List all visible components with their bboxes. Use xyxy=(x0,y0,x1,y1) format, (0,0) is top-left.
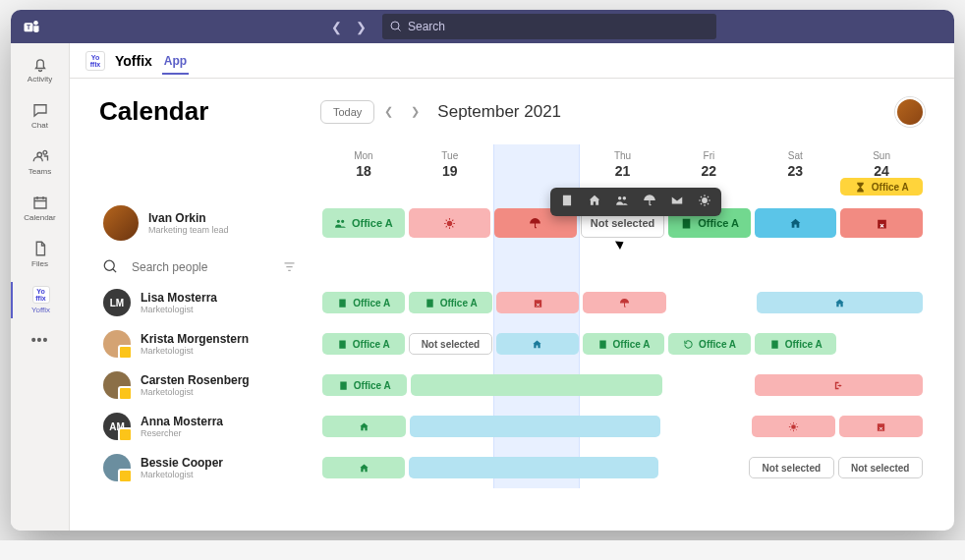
teams-logo-icon: T xyxy=(23,18,40,35)
status-cell[interactable] xyxy=(583,292,665,313)
app-logo-icon: Yoffix xyxy=(85,51,105,71)
status-cell[interactable] xyxy=(322,457,405,478)
status-cell[interactable]: Office A xyxy=(322,292,405,313)
month-nav: ❮ ❯ xyxy=(384,105,420,118)
status-cell[interactable] xyxy=(322,416,406,437)
history-nav: ❮ ❯ xyxy=(327,20,370,34)
pick-office-icon[interactable] xyxy=(560,194,574,210)
status-cell[interactable]: Office A xyxy=(755,333,837,355)
day-header[interactable]: Mon18 xyxy=(320,144,407,191)
rail-yoffix[interactable]: YoffixYoffix xyxy=(11,282,69,318)
rail-files[interactable]: Files xyxy=(15,236,66,272)
rail-more[interactable]: ••• xyxy=(15,328,66,352)
person-avatar xyxy=(103,371,131,399)
app-rail: Activity Chat Teams Calendar Files Yoffi… xyxy=(11,43,70,531)
status-cell[interactable] xyxy=(662,457,745,478)
teams-icon xyxy=(31,147,49,165)
status-cell[interactable]: Office A xyxy=(322,208,405,238)
status-cell[interactable] xyxy=(664,416,748,437)
status-cell[interactable] xyxy=(752,416,835,437)
calx-icon xyxy=(876,421,886,432)
person-row: Bessie Cooper Marketologist Not selected… xyxy=(99,447,925,488)
person-role: Marketologist xyxy=(141,470,223,479)
status-cell[interactable] xyxy=(840,208,923,238)
status-cell[interactable] xyxy=(496,333,579,355)
person-name: Krista Morgenstern xyxy=(141,332,249,346)
status-cell[interactable]: Not selected xyxy=(409,333,493,355)
status-cell[interactable] xyxy=(410,416,660,437)
calx-icon xyxy=(533,298,543,308)
person-row: LM Lisa Mosterra Marketologist Office AO… xyxy=(99,282,925,323)
calendar-grid: Mon18Tue19Wed20Thu21Fri22Sat23Sun24 xyxy=(99,144,925,488)
person-avatar: AM xyxy=(103,413,131,440)
status-cell[interactable] xyxy=(666,374,751,396)
virus-icon xyxy=(788,421,799,432)
yoffix-icon: Yoffix xyxy=(32,286,50,304)
search-people-input[interactable] xyxy=(132,260,240,274)
umbrella-icon xyxy=(529,217,541,230)
status-cell[interactable]: Office A xyxy=(409,292,491,313)
hourglass-icon xyxy=(854,181,867,194)
umbrella-icon xyxy=(619,298,630,308)
status-cell[interactable] xyxy=(757,292,923,313)
prev-week-button[interactable]: ❮ xyxy=(384,105,393,118)
status-cell[interactable] xyxy=(411,374,663,396)
forward-button[interactable]: ❯ xyxy=(352,20,370,34)
filter-icon[interactable] xyxy=(282,259,297,274)
sat-pill[interactable]: Office A xyxy=(840,178,923,196)
rail-calendar[interactable]: Calendar xyxy=(15,190,66,226)
status-cell[interactable]: Office A xyxy=(322,333,405,355)
status-cell[interactable] xyxy=(409,208,491,238)
home-icon xyxy=(359,463,369,474)
home-icon xyxy=(834,298,845,308)
status-cell[interactable] xyxy=(496,292,579,313)
status-cell[interactable] xyxy=(839,416,923,437)
search-icon xyxy=(390,21,402,32)
day-header[interactable]: Tue19 xyxy=(407,144,493,191)
today-button[interactable]: Today xyxy=(320,100,374,124)
status-cell[interactable] xyxy=(670,292,753,313)
tab-app[interactable]: App xyxy=(162,46,189,75)
status-cell[interactable] xyxy=(755,374,923,396)
pick-home-icon[interactable] xyxy=(588,194,601,210)
status-cell[interactable]: Office A xyxy=(322,374,407,396)
status-cell[interactable] xyxy=(409,457,657,478)
status-cell[interactable] xyxy=(840,333,923,355)
status-cell[interactable]: Office A xyxy=(583,333,665,355)
building-icon xyxy=(425,298,435,308)
primary-role: Marketing team lead xyxy=(148,225,229,235)
people-search-row xyxy=(99,250,320,282)
pick-people-icon[interactable] xyxy=(615,194,629,210)
app-window: T ❮ ❯ Search Activity Chat Teams Calenda… xyxy=(11,10,954,531)
rail-activity[interactable]: Activity xyxy=(15,51,66,87)
bell-icon xyxy=(31,55,49,73)
people-icon xyxy=(334,217,347,230)
search-placeholder: Search xyxy=(408,20,445,33)
back-button[interactable]: ❮ xyxy=(327,20,346,34)
building-icon xyxy=(597,339,608,350)
person-role: Marketologist xyxy=(141,305,217,314)
person-name: Carsten Rosenberg xyxy=(141,373,250,387)
search-icon[interactable] xyxy=(103,259,118,274)
day-header[interactable]: Sat23 xyxy=(752,144,838,191)
global-search[interactable]: Search xyxy=(382,14,716,39)
day-header[interactable]: Thu21 xyxy=(580,144,666,191)
person-name: Bessie Cooper xyxy=(141,456,223,470)
day-header[interactable]: Fri22 xyxy=(665,144,752,191)
status-cell[interactable]: Not selected xyxy=(838,457,923,478)
rail-chat[interactable]: Chat xyxy=(15,97,66,134)
pick-mail-icon[interactable] xyxy=(670,194,684,210)
current-user-avatar[interactable] xyxy=(895,97,925,127)
person-role: Marketologist xyxy=(141,387,250,397)
pick-umbrella-icon[interactable] xyxy=(643,194,656,210)
rail-teams[interactable]: Teams xyxy=(15,143,66,180)
next-week-button[interactable]: ❯ xyxy=(411,105,420,118)
status-cell[interactable]: Not selected xyxy=(749,457,833,478)
exit-icon xyxy=(833,380,844,391)
redo-icon xyxy=(683,339,694,350)
home-icon xyxy=(359,421,369,432)
pick-virus-icon[interactable] xyxy=(698,194,711,210)
status-cell[interactable]: Office A xyxy=(668,333,751,355)
status-cell[interactable] xyxy=(755,208,837,238)
chat-icon xyxy=(31,101,49,119)
